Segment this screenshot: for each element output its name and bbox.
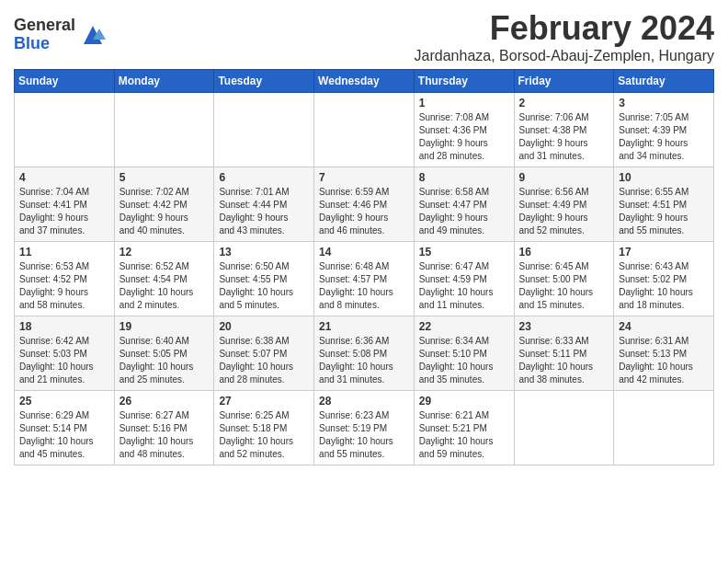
day-info: Sunrise: 6:48 AM Sunset: 4:57 PM Dayligh… — [319, 260, 409, 312]
calendar-week-row: 25Sunrise: 6:29 AM Sunset: 5:14 PM Dayli… — [15, 391, 714, 465]
calendar-cell: 23Sunrise: 6:33 AM Sunset: 5:11 PM Dayli… — [514, 316, 614, 391]
calendar-cell — [614, 391, 714, 465]
day-info: Sunrise: 6:25 AM Sunset: 5:18 PM Dayligh… — [219, 409, 309, 461]
calendar-cell: 4Sunrise: 7:04 AM Sunset: 4:41 PM Daylig… — [15, 167, 115, 242]
calendar-cell: 13Sunrise: 6:50 AM Sunset: 4:55 PM Dayli… — [214, 242, 314, 316]
calendar-cell — [314, 93, 415, 167]
day-info: Sunrise: 6:21 AM Sunset: 5:21 PM Dayligh… — [419, 409, 509, 461]
day-number: 10 — [619, 171, 709, 184]
day-number: 13 — [219, 246, 309, 259]
day-number: 7 — [319, 171, 409, 184]
day-info: Sunrise: 6:59 AM Sunset: 4:46 PM Dayligh… — [319, 186, 409, 237]
calendar-cell: 14Sunrise: 6:48 AM Sunset: 4:57 PM Dayli… — [314, 242, 415, 316]
calendar-week-row: 1Sunrise: 7:08 AM Sunset: 4:36 PM Daylig… — [15, 93, 714, 167]
calendar-cell: 27Sunrise: 6:25 AM Sunset: 5:18 PM Dayli… — [214, 391, 314, 465]
day-info: Sunrise: 6:47 AM Sunset: 4:59 PM Dayligh… — [419, 260, 509, 312]
day-info: Sunrise: 6:31 AM Sunset: 5:13 PM Dayligh… — [619, 335, 709, 386]
day-number: 26 — [119, 395, 210, 408]
calendar-cell: 5Sunrise: 7:02 AM Sunset: 4:42 PM Daylig… — [114, 167, 214, 242]
day-number: 25 — [19, 395, 109, 408]
day-number: 16 — [519, 246, 609, 259]
day-info: Sunrise: 6:27 AM Sunset: 5:16 PM Dayligh… — [119, 409, 210, 461]
day-number: 2 — [519, 97, 609, 109]
day-info: Sunrise: 6:42 AM Sunset: 5:03 PM Dayligh… — [19, 335, 109, 386]
day-number: 28 — [319, 395, 409, 408]
calendar-cell: 16Sunrise: 6:45 AM Sunset: 5:00 PM Dayli… — [514, 242, 614, 316]
calendar-cell: 11Sunrise: 6:53 AM Sunset: 4:52 PM Dayli… — [15, 242, 115, 316]
calendar-cell: 25Sunrise: 6:29 AM Sunset: 5:14 PM Dayli… — [15, 391, 115, 465]
calendar-cell: 9Sunrise: 6:56 AM Sunset: 4:49 PM Daylig… — [514, 167, 614, 242]
day-number: 19 — [119, 320, 210, 333]
weekday-header: Sunday — [15, 70, 115, 93]
title-area: February 2024 Jardanhaza, Borsod-Abauj-Z… — [415, 9, 714, 64]
page-subtitle: Jardanhaza, Borsod-Abauj-Zemplen, Hungar… — [415, 48, 714, 64]
calendar-cell: 3Sunrise: 7:05 AM Sunset: 4:39 PM Daylig… — [614, 93, 714, 167]
calendar-cell — [214, 93, 314, 167]
day-number: 20 — [219, 320, 309, 333]
day-number: 21 — [319, 320, 409, 333]
day-info: Sunrise: 6:36 AM Sunset: 5:08 PM Dayligh… — [319, 335, 409, 386]
day-number: 15 — [419, 246, 509, 259]
page-header: General Blue February 2024 Jardanhaza, B… — [14, 9, 714, 64]
calendar-week-row: 4Sunrise: 7:04 AM Sunset: 4:41 PM Daylig… — [15, 167, 714, 242]
calendar-cell — [514, 391, 614, 465]
day-info: Sunrise: 6:55 AM Sunset: 4:51 PM Dayligh… — [619, 186, 709, 237]
calendar-cell: 22Sunrise: 6:34 AM Sunset: 5:10 PM Dayli… — [414, 316, 514, 391]
page-title: February 2024 — [415, 9, 714, 48]
calendar-cell: 12Sunrise: 6:52 AM Sunset: 4:54 PM Dayli… — [114, 242, 214, 316]
calendar-cell: 18Sunrise: 6:42 AM Sunset: 5:03 PM Dayli… — [15, 316, 115, 391]
day-number: 3 — [619, 97, 709, 109]
calendar-body: 1Sunrise: 7:08 AM Sunset: 4:36 PM Daylig… — [15, 93, 714, 465]
calendar-cell: 7Sunrise: 6:59 AM Sunset: 4:46 PM Daylig… — [314, 167, 415, 242]
day-number: 27 — [219, 395, 309, 408]
calendar-cell: 20Sunrise: 6:38 AM Sunset: 5:07 PM Dayli… — [214, 316, 314, 391]
day-info: Sunrise: 7:08 AM Sunset: 4:36 PM Dayligh… — [419, 111, 509, 163]
day-info: Sunrise: 6:50 AM Sunset: 4:55 PM Dayligh… — [219, 260, 309, 312]
day-info: Sunrise: 6:38 AM Sunset: 5:07 PM Dayligh… — [219, 335, 309, 386]
day-info: Sunrise: 6:56 AM Sunset: 4:49 PM Dayligh… — [519, 186, 609, 237]
weekday-header: Monday — [114, 70, 214, 93]
day-info: Sunrise: 6:40 AM Sunset: 5:05 PM Dayligh… — [119, 335, 210, 386]
day-info: Sunrise: 6:33 AM Sunset: 5:11 PM Dayligh… — [519, 335, 609, 386]
day-number: 4 — [19, 171, 109, 184]
logo: General Blue — [14, 17, 107, 53]
calendar-cell: 29Sunrise: 6:21 AM Sunset: 5:21 PM Dayli… — [414, 391, 514, 465]
calendar-cell: 1Sunrise: 7:08 AM Sunset: 4:36 PM Daylig… — [414, 93, 514, 167]
logo-icon — [79, 21, 107, 49]
calendar-cell: 17Sunrise: 6:43 AM Sunset: 5:02 PM Dayli… — [614, 242, 714, 316]
day-number: 14 — [319, 246, 409, 259]
day-info: Sunrise: 6:45 AM Sunset: 5:00 PM Dayligh… — [519, 260, 609, 312]
weekday-header: Thursday — [414, 70, 514, 93]
calendar-cell: 21Sunrise: 6:36 AM Sunset: 5:08 PM Dayli… — [314, 316, 415, 391]
day-info: Sunrise: 6:58 AM Sunset: 4:47 PM Dayligh… — [419, 186, 509, 237]
calendar-cell — [114, 93, 214, 167]
day-info: Sunrise: 7:01 AM Sunset: 4:44 PM Dayligh… — [219, 186, 309, 237]
calendar-cell: 15Sunrise: 6:47 AM Sunset: 4:59 PM Dayli… — [414, 242, 514, 316]
weekday-header: Tuesday — [214, 70, 314, 93]
day-number: 6 — [219, 171, 309, 184]
day-number: 11 — [19, 246, 109, 259]
day-number: 5 — [119, 171, 210, 184]
weekday-header: Wednesday — [314, 70, 415, 93]
calendar-cell: 26Sunrise: 6:27 AM Sunset: 5:16 PM Dayli… — [114, 391, 214, 465]
day-number: 17 — [619, 246, 709, 259]
calendar-cell: 10Sunrise: 6:55 AM Sunset: 4:51 PM Dayli… — [614, 167, 714, 242]
day-number: 9 — [519, 171, 609, 184]
logo-general-text: General — [14, 16, 75, 34]
day-number: 29 — [419, 395, 509, 408]
calendar-table: SundayMondayTuesdayWednesdayThursdayFrid… — [14, 69, 714, 465]
calendar-cell: 2Sunrise: 7:06 AM Sunset: 4:38 PM Daylig… — [514, 93, 614, 167]
day-info: Sunrise: 7:05 AM Sunset: 4:39 PM Dayligh… — [619, 111, 709, 163]
day-info: Sunrise: 7:04 AM Sunset: 4:41 PM Dayligh… — [19, 186, 109, 237]
weekday-header: Friday — [514, 70, 614, 93]
day-number: 1 — [419, 97, 509, 109]
day-number: 18 — [19, 320, 109, 333]
day-number: 12 — [119, 246, 210, 259]
calendar-cell: 24Sunrise: 6:31 AM Sunset: 5:13 PM Dayli… — [614, 316, 714, 391]
day-info: Sunrise: 6:53 AM Sunset: 4:52 PM Dayligh… — [19, 260, 109, 312]
weekday-row: SundayMondayTuesdayWednesdayThursdayFrid… — [15, 70, 714, 93]
day-number: 22 — [419, 320, 509, 333]
day-info: Sunrise: 7:06 AM Sunset: 4:38 PM Dayligh… — [519, 111, 609, 163]
calendar-cell — [15, 93, 115, 167]
calendar-cell: 8Sunrise: 6:58 AM Sunset: 4:47 PM Daylig… — [414, 167, 514, 242]
